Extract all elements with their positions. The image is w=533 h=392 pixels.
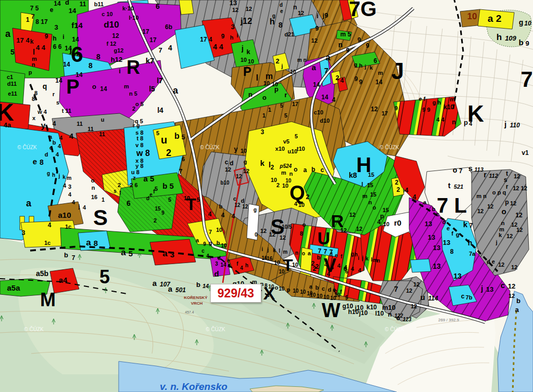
parcel-label: 12 12 xyxy=(513,185,527,191)
parcel-label: 4 xyxy=(240,265,243,271)
parcel-label: 3 xyxy=(22,229,26,237)
parcel-label: o xyxy=(92,83,96,90)
parcel-label: 13 xyxy=(230,0,237,7)
parcel-label: u xyxy=(161,134,167,146)
parcel-label: 10 xyxy=(221,243,227,249)
parcel-label: 3 xyxy=(170,250,174,259)
annotation-label: 269 / 392.9 xyxy=(438,318,460,322)
parcel-label: 1 xyxy=(262,112,265,119)
parcel-label: 12 xyxy=(506,233,513,239)
parcel-label: 8 xyxy=(40,158,44,166)
parcel-label: a 2 xyxy=(488,13,501,24)
parcel-label: h xyxy=(230,34,234,41)
annotation-label: 457.4 xyxy=(185,310,194,314)
parcel-label: 15 xyxy=(370,191,376,198)
parcel-label: 2 xyxy=(395,179,399,186)
parcel-label: e xyxy=(447,225,450,231)
map-canvas[interactable]: 7GJK76RPKSTQRSUTVH7 LXWM5 14d11b117 5e14… xyxy=(0,0,533,392)
annotation-label: © ČÚZK xyxy=(379,144,399,150)
parcel-label: 12 xyxy=(508,282,515,290)
zone-label: 7G xyxy=(349,0,376,20)
parcel-label: 14 xyxy=(54,0,61,7)
parcel-label: g h xyxy=(433,99,441,106)
parcel-label: 5 xyxy=(345,295,348,300)
parcel-label: e xyxy=(280,8,283,14)
parcel-label: 12 xyxy=(515,212,523,219)
parcel-label: b xyxy=(317,254,321,260)
annotation-label: © ČÚZK xyxy=(24,326,44,332)
parcel-label: 11 xyxy=(80,1,86,8)
parcel-label: c1 xyxy=(7,74,13,80)
parcel-label: k xyxy=(463,220,468,229)
parcel-label: 8 xyxy=(300,230,303,237)
annotation-label: © ČÚZK xyxy=(385,326,404,332)
parcel-label: 12 xyxy=(112,32,119,40)
parcel-label: 11 xyxy=(77,121,83,127)
parcel-label: d xyxy=(65,0,69,6)
parcel-label: d xyxy=(329,252,333,257)
parcel-label: 9 xyxy=(354,75,358,83)
parcel-label: n xyxy=(452,119,455,126)
parcel-label: o xyxy=(262,94,266,101)
parcel-label: e xyxy=(335,253,338,258)
parcel-label: b xyxy=(174,132,180,140)
parcel-label: 6 xyxy=(156,2,160,10)
parcel-label: 12 xyxy=(298,10,304,16)
parcel-label: 123 xyxy=(403,317,412,322)
parcel-label: 4 xyxy=(294,201,298,207)
parcel-label: 4 xyxy=(59,135,63,141)
parcel-label: 1 xyxy=(268,107,271,113)
parcel-label: 5 xyxy=(197,197,200,203)
parcel-label: 12 xyxy=(498,262,504,268)
parcel-label: 2 xyxy=(313,265,316,272)
parcel-label: m xyxy=(67,175,72,181)
annotation-label: © ČÚZK xyxy=(206,326,225,332)
parcel-label: b xyxy=(311,166,315,173)
parcel-label: 3 xyxy=(68,184,71,190)
parcel-label: a xyxy=(515,306,519,313)
parcel-label: 6 xyxy=(126,199,131,207)
parcel-label: l4 xyxy=(157,106,163,114)
parcel-label: e11 xyxy=(8,90,17,97)
parcel-label: h xyxy=(359,62,363,69)
parcel-label: g xyxy=(47,171,50,176)
parcel-label: 15 xyxy=(155,206,161,212)
parcel-label: 6 6 xyxy=(53,43,62,50)
parcel-label: a xyxy=(303,166,307,174)
parcel-label: 14 xyxy=(65,45,72,52)
parcel-label: 14 xyxy=(69,7,77,15)
parcel-label: a5b xyxy=(36,269,48,278)
parcel-label: g xyxy=(456,231,460,238)
parcel-label: n xyxy=(501,220,505,226)
parcel-label: 4 xyxy=(68,191,72,198)
parcel-label: 10 xyxy=(330,295,336,301)
parcel-label: 8 xyxy=(278,21,283,29)
parcel-label: m 5 xyxy=(340,31,351,38)
parcel-label: 16 xyxy=(91,194,97,200)
parcel-label: 3 xyxy=(261,128,264,136)
parcel-label: n xyxy=(289,171,293,177)
parcel-label: 5 xyxy=(280,102,283,109)
parcel-label: h xyxy=(245,263,248,268)
parcel-label: r xyxy=(53,91,55,97)
parcel-label: w 8 xyxy=(136,149,150,158)
parcel-label: j xyxy=(364,63,366,70)
parcel-label: g xyxy=(272,13,275,19)
parcel-label: 5 xyxy=(168,197,171,203)
parcel-label: 12 xyxy=(311,37,318,44)
parcel-label: j xyxy=(241,44,244,53)
parcel-label: 10 xyxy=(285,178,291,184)
parcel-label: n xyxy=(293,4,297,11)
parcel-label: 12 xyxy=(246,6,252,12)
parcel-label: l xyxy=(361,181,363,187)
parcel-label: m xyxy=(362,193,367,199)
parcel-label: b xyxy=(518,38,523,47)
parcel-label: i xyxy=(119,67,121,75)
annotation-label: VRCH xyxy=(191,301,203,306)
parcel-label: 7 xyxy=(394,285,398,293)
parcel-label: 13 xyxy=(453,272,462,280)
parcel-label: l xyxy=(256,73,258,82)
parcel-label: o xyxy=(91,177,95,184)
parcel-label: l xyxy=(371,257,373,263)
parcel-label: s xyxy=(468,164,473,173)
